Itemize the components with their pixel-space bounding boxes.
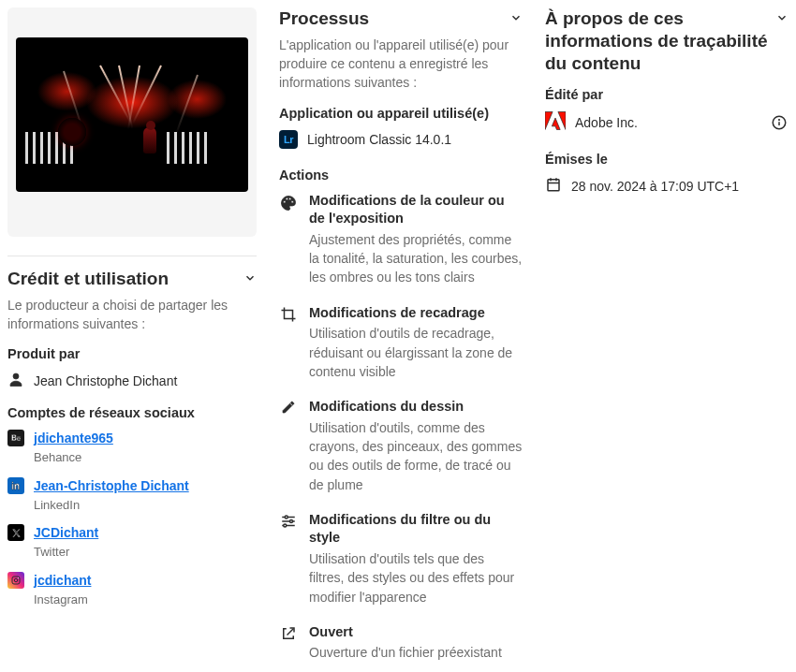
palette-icon [279,192,298,212]
divider [7,256,257,256]
social-platform: Behance [34,449,113,466]
action-item-crop: Modifications de recadrage Utilisation d… [279,304,523,381]
social-link[interactable]: Jean-Christophe Dichant [34,477,189,495]
action-desc: Utilisation d'outils, comme des crayons,… [309,418,523,494]
svg-point-5 [285,516,287,519]
svg-point-12 [779,119,780,120]
credit-section-header[interactable]: Crédit et utilisation [7,268,257,290]
about-heading: À propos de ces informations de traçabil… [545,7,768,74]
pencil-icon [279,398,298,415]
social-item-twitter: JCDichant Twitter [7,524,257,560]
action-desc: Ouverture d'un fichier préexistant [309,643,502,662]
behance-icon [7,430,24,446]
linkedin-icon [7,477,24,494]
social-link[interactable]: jdichante965 [34,430,113,447]
social-accounts-label: Comptes de réseaux sociaux [7,405,257,420]
svg-point-7 [290,519,293,522]
social-platform: Instagram [34,592,91,608]
credit-subtext: Le producteur a choisi de partager les i… [7,296,257,334]
open-in-icon [279,623,298,642]
issued-on-row: 28 nov. 2024 à 17:09 UTC+1 [545,176,789,196]
lightroom-icon: Lr [279,130,298,149]
credit-heading: Crédit et utilisation [7,268,169,290]
produced-by-value: Jean Christophe Dichant [34,373,177,388]
sliders-icon [279,511,298,530]
about-section-header[interactable]: À propos de ces informations de traçabil… [545,7,789,74]
action-item-color: Modifications de la couleur ou de l'expo… [279,192,523,287]
svg-rect-13 [548,180,559,191]
info-icon[interactable] [770,113,789,132]
process-section-header[interactable]: Processus [279,7,523,30]
social-item-behance: jdichante965 Behance [7,430,257,465]
actions-label: Actions [279,168,523,183]
image-preview-card [7,7,257,237]
issued-on-label: Émises le [545,152,789,167]
svg-point-9 [284,524,287,527]
image-preview [16,37,248,192]
twitter-x-icon [7,524,24,541]
action-title: Modifications du dessin [309,398,523,416]
action-title: Modifications du filtre ou du style [309,511,523,548]
action-title: Ouvert [309,623,502,642]
process-subtext: L'application ou l'appareil utilisé(e) p… [279,36,523,93]
edited-by-value: Adobe Inc. [575,115,638,130]
social-platform: LinkedIn [34,497,189,514]
produced-by-label: Produit par [7,346,257,361]
edited-by-label: Édité par [545,87,789,102]
action-title: Modifications de recadrage [309,304,523,323]
action-item-drawing: Modifications du dessin Utilisation d'ou… [279,398,523,494]
produced-by-row: Jean Christophe Dichant [7,371,257,390]
app-used-label: Application ou appareil utilisé(e) [279,106,523,121]
social-link[interactable]: jcdichant [34,572,91,590]
svg-point-2 [14,578,18,582]
action-desc: Utilisation d'outils tels que des filtre… [309,549,523,606]
instagram-icon [7,572,24,589]
svg-point-3 [18,577,19,578]
social-item-linkedin: Jean-Christophe Dichant LinkedIn [7,477,257,513]
social-platform: Twitter [34,544,98,561]
adobe-icon [545,111,566,133]
issued-on-value: 28 nov. 2024 à 17:09 UTC+1 [571,179,739,194]
app-row: Lr Lightroom Classic 14.0.1 [279,130,523,149]
action-title: Modifications de la couleur ou de l'expo… [309,192,523,228]
action-desc: Utilisation d'outils de recadrage, rédui… [309,324,523,381]
action-item-open: Ouvert Ouverture d'un fichier préexistan… [279,623,523,663]
svg-point-0 [13,373,19,379]
chevron-down-icon [243,271,257,287]
chevron-down-icon [509,11,523,27]
process-heading: Processus [279,7,369,30]
social-item-instagram: jcdichant Instagram [7,572,257,607]
calendar-icon [545,176,562,196]
edited-by-row: Adobe Inc. [545,111,789,133]
action-desc: Ajustement des propriétés, comme la tona… [309,230,523,287]
chevron-down-icon [775,11,789,27]
action-item-filter: Modifications du filtre ou du style Util… [279,511,523,606]
social-link[interactable]: JCDichant [34,524,98,542]
app-name: Lightroom Classic 14.0.1 [307,132,451,147]
person-icon [7,371,24,390]
crop-icon [279,304,298,323]
